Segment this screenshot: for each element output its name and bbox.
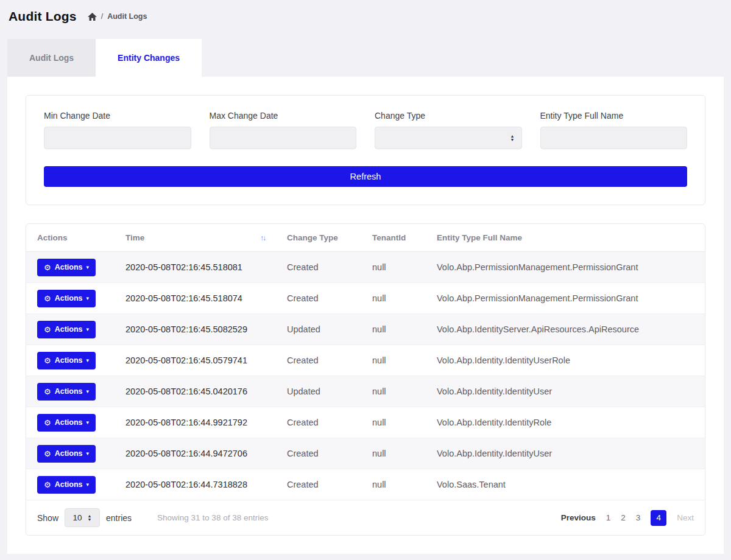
cell-tenant-id: null [361,407,426,438]
table-row: ⚙Actions▾ 2020-05-08T02:16:45.0420176 Up… [26,376,705,407]
row-actions-label: Actions [55,294,83,303]
cell-change-type: Created [276,283,361,314]
column-header-tenant-id: TenantId [361,224,426,252]
row-actions-label: Actions [55,356,83,365]
row-actions-button[interactable]: ⚙Actions▾ [37,321,96,338]
table-row: ⚙Actions▾ 2020-05-08T02:16:45.518081 Cre… [26,252,705,283]
home-icon[interactable] [88,13,97,21]
gear-icon: ⚙ [44,294,51,303]
gear-icon: ⚙ [44,449,51,458]
page-title: Audit Logs [9,9,77,24]
min-change-date-input[interactable] [44,127,191,149]
tab-entity-changes[interactable]: Entity Changes [96,39,202,77]
row-actions-button[interactable]: ⚙Actions▾ [37,259,96,276]
caret-down-icon: ▾ [87,481,90,488]
row-actions-button[interactable]: ⚙Actions▾ [37,383,96,401]
select-arrows-icon: ▲ ▼ [88,514,92,522]
column-header-actions: Actions [26,224,115,252]
min-change-date-label: Min Change Date [44,111,191,121]
row-actions-label: Actions [55,449,83,458]
gear-icon: ⚙ [44,356,51,365]
row-actions-button[interactable]: ⚙Actions▾ [37,476,96,494]
page-size-group: Show 10 ▲ ▼ entries [37,508,132,527]
max-change-date-input[interactable] [210,127,357,149]
change-type-select[interactable]: ▲ ▼ [375,127,522,149]
page-size-value: 10 [73,513,82,522]
cell-tenant-id: null [361,314,426,345]
gear-icon: ⚙ [44,418,51,427]
cell-change-type: Created [276,469,361,500]
cell-entity-type: Volo.Abp.Identity.IdentityUserRole [426,345,705,376]
pagination: Previous 1 2 3 4 Next [561,510,694,526]
table-row: ⚙Actions▾ 2020-05-08T02:16:44.9921792 Cr… [26,407,705,438]
filter-field-entity-type-full-name: Entity Type Full Name [540,111,688,149]
caret-down-icon: ▾ [87,419,90,425]
cell-change-type: Updated [276,314,361,345]
row-actions-button[interactable]: ⚙Actions▾ [37,352,96,369]
row-actions-button[interactable]: ⚙Actions▾ [37,414,96,432]
table-row: ⚙Actions▾ 2020-05-08T02:16:45.5082529 Up… [26,314,705,345]
row-actions-button[interactable]: ⚙Actions▾ [37,445,96,463]
page-size-select[interactable]: 10 ▲ ▼ [65,508,100,527]
breadcrumb-separator: / [101,12,103,21]
gear-icon: ⚙ [44,325,51,334]
row-actions-label: Actions [55,480,83,489]
caret-down-icon: ▾ [87,326,90,332]
cell-tenant-id: null [361,252,426,283]
cell-tenant-id: null [361,438,426,469]
max-change-date-label: Max Change Date [210,111,357,121]
pagination-page-4[interactable]: 4 [651,510,666,526]
topbar: Audit Logs / Audit Logs [0,0,731,31]
caret-down-icon: ▾ [87,264,90,270]
refresh-button[interactable]: Refresh [44,166,687,187]
caret-down-icon: ▾ [87,388,90,394]
cell-time: 2020-05-08T02:16:44.9472706 [115,438,276,469]
cell-entity-type: Volo.Abp.IdentityServer.ApiResources.Api… [426,314,705,345]
pagination-next[interactable]: Next [677,513,694,522]
pagination-page-2[interactable]: 2 [621,513,626,522]
entity-changes-table-card: Actions Time ↑↓ Change Type TenantId Ent… [26,223,705,536]
cell-time: 2020-05-08T02:16:45.518074 [115,283,276,314]
tab-audit-logs[interactable]: Audit Logs [7,39,96,77]
cell-tenant-id: null [361,376,426,407]
entity-changes-table: Actions Time ↑↓ Change Type TenantId Ent… [26,224,705,500]
cell-change-type: Created [276,345,361,376]
breadcrumb: / Audit Logs [88,12,147,21]
sort-icon[interactable]: ↑↓ [260,234,265,242]
gear-icon: ⚙ [44,263,51,272]
cell-tenant-id: null [361,469,426,500]
column-header-time[interactable]: Time ↑↓ [115,224,276,252]
main-panel: Min Change Date Max Change Date Change T… [7,77,724,554]
filter-field-max-change-date: Max Change Date [210,111,357,149]
cell-time: 2020-05-08T02:16:45.5082529 [115,314,276,345]
caret-down-icon: ▾ [87,450,90,457]
column-header-change-type: Change Type [276,224,361,252]
select-arrows-icon: ▲ ▼ [510,135,515,142]
cell-entity-type: Volo.Abp.Identity.IdentityUser [426,438,705,469]
cell-entity-type: Volo.Abp.Identity.IdentityRole [426,407,705,438]
row-actions-button[interactable]: ⚙Actions▾ [37,290,96,307]
cell-change-type: Updated [276,376,361,407]
cell-change-type: Created [276,252,361,283]
gear-icon: ⚙ [44,387,51,396]
row-actions-label: Actions [55,325,83,334]
cell-change-type: Created [276,407,361,438]
breadcrumb-current: Audit Logs [107,12,147,21]
cell-time: 2020-05-08T02:16:45.0579741 [115,345,276,376]
cell-entity-type: Volo.Abp.PermissionManagement.Permission… [426,283,705,314]
filters-card: Min Change Date Max Change Date Change T… [26,95,705,205]
caret-down-icon: ▾ [87,357,90,363]
filter-field-change-type: Change Type ▲ ▼ [375,111,522,149]
table-row: ⚙Actions▾ 2020-05-08T02:16:45.518074 Cre… [26,283,705,314]
cell-entity-type: Volo.Abp.PermissionManagement.Permission… [426,252,705,283]
filter-field-min-change-date: Min Change Date [44,111,191,149]
entity-type-full-name-input[interactable] [540,127,688,149]
showing-entries-text: Showing 31 to 38 of 38 entries [157,513,268,522]
pagination-page-3[interactable]: 3 [636,513,641,522]
column-header-entity-type: Entity Type Full Name [426,224,705,252]
pagination-previous[interactable]: Previous [561,513,596,522]
caret-down-icon: ▾ [87,295,90,301]
row-actions-label: Actions [55,418,83,427]
pagination-page-1[interactable]: 1 [606,513,611,522]
row-actions-label: Actions [55,263,83,271]
